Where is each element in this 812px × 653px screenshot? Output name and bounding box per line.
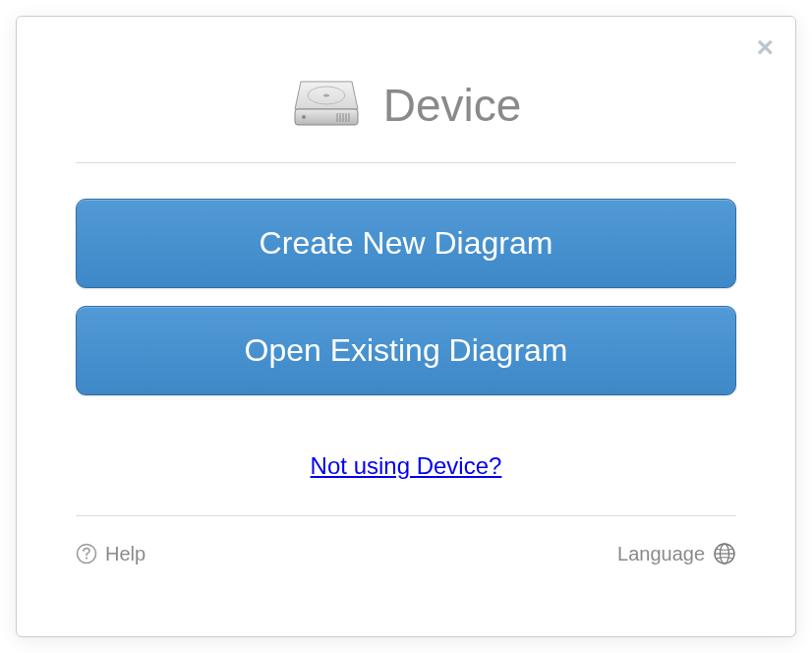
device-icon	[291, 76, 362, 135]
globe-icon	[713, 542, 736, 565]
language-label: Language	[617, 543, 705, 565]
dialog-header: Device	[76, 40, 736, 162]
storage-link-row: Not using Device?	[76, 425, 736, 515]
svg-point-10	[86, 558, 87, 560]
dialog-footer: Help Language	[76, 516, 736, 565]
help-link[interactable]: Help	[76, 543, 145, 565]
help-icon	[76, 543, 97, 564]
dialog-title: Device	[383, 79, 522, 132]
language-link[interactable]: Language	[617, 542, 736, 565]
create-new-diagram-button[interactable]: Create New Diagram	[76, 199, 736, 288]
svg-point-1	[323, 93, 329, 96]
close-icon[interactable]: ×	[756, 32, 774, 62]
change-storage-link[interactable]: Not using Device?	[311, 452, 502, 479]
actions: Create New Diagram Open Existing Diagram	[76, 163, 736, 425]
storage-dialog: ×	[16, 16, 796, 637]
open-existing-diagram-button[interactable]: Open Existing Diagram	[76, 306, 736, 395]
help-label: Help	[105, 543, 145, 565]
svg-point-3	[302, 115, 306, 119]
